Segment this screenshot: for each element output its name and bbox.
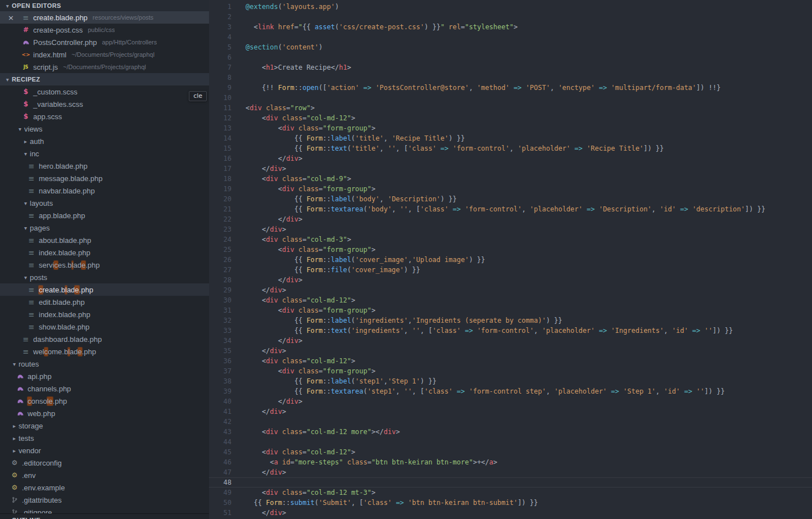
code-line-29[interactable]: 29 </div>	[209, 285, 812, 295]
tree-folder-posts[interactable]: ▾posts	[0, 271, 209, 283]
code-content: </div>	[232, 164, 286, 174]
code-line-39[interactable]: 39 {{ Form::textarea('step1', '', ['clas…	[209, 386, 812, 396]
code-line-47[interactable]: 47 </div>	[209, 467, 812, 477]
tree-file-services-blade-php[interactable]: ≡services.blade.php	[0, 259, 209, 271]
code-line-13[interactable]: 13 <div class="form-group">	[209, 123, 812, 133]
code-line-25[interactable]: 25 <div class="form-group">	[209, 245, 812, 255]
code-line-43[interactable]: 43 <div class="col-md-12 more"></div>	[209, 427, 812, 437]
code-line-8[interactable]: 8	[209, 73, 812, 83]
tree-file-hero-blade-php[interactable]: ≡hero.blade.php	[0, 160, 209, 172]
tree-file--gitattributes[interactable]: .gitattributes	[0, 494, 209, 506]
line-number: 35	[209, 346, 232, 356]
chevron-down-icon: ▾	[21, 225, 30, 231]
code-line-40[interactable]: 40 </div>	[209, 396, 812, 407]
code-line-36[interactable]: 36 <div class="col-md-12">	[209, 356, 812, 366]
code-editor[interactable]: 1@extends('layouts.app')23 <link href="{…	[209, 0, 812, 519]
tree-file-edit-blade-php[interactable]: ≡edit.blade.php	[0, 296, 209, 308]
code-line-37[interactable]: 37 <div class="form-group">	[209, 366, 812, 376]
code-line-46[interactable]: 46 <a id="more-steps" class="btn btn-kei…	[209, 457, 812, 467]
tree-file--env-example[interactable]: ⚙.env.example	[0, 481, 209, 494]
code-line-12[interactable]: 12 <div class="col-md-12">	[209, 113, 812, 123]
code-line-6[interactable]: 6	[209, 52, 812, 62]
code-line-11[interactable]: 11<div class="row">	[209, 103, 812, 113]
outline-header[interactable]: ▸ OUTLINE	[0, 513, 209, 519]
code-line-14[interactable]: 14 {{ Form::label('title', 'Recipe Title…	[209, 133, 812, 143]
tree-folder-vendor[interactable]: ▸vendor	[0, 444, 209, 457]
code-line-18[interactable]: 18 <div class="col-md-9">	[209, 174, 812, 184]
tree-file-index-blade-php[interactable]: ≡index.blade.php	[0, 308, 209, 321]
open-editor-item-create-blade-php[interactable]: ×≡create.blade.phpresources/views/posts	[0, 11, 209, 24]
code-line-31[interactable]: 31 <div class="form-group">	[209, 305, 812, 315]
code-line-32[interactable]: 32 {{ Form::label('ingredients','Ingredi…	[209, 315, 812, 326]
file-lines-icon: ≡	[21, 335, 30, 344]
code-line-7[interactable]: 7 <h1>Create Recipe</h1>	[209, 62, 812, 73]
code-line-34[interactable]: 34 </div>	[209, 336, 812, 346]
close-icon[interactable]: ×	[8, 13, 21, 22]
tree-file--variables-scss[interactable]: $_variables.scss	[0, 98, 209, 110]
tree-file-index-blade-php[interactable]: ≡index.blade.php	[0, 246, 209, 259]
code-line-28[interactable]: 28 </div>	[209, 275, 812, 285]
tree-file-dashboard-blade-php[interactable]: ≡dashboard.blade.php	[0, 333, 209, 345]
tree-folder-views[interactable]: ▾views	[0, 123, 209, 135]
tree-folder-tests[interactable]: ▸tests	[0, 432, 209, 444]
code-line-23[interactable]: 23 </div>	[209, 224, 812, 234]
tree-folder-storage[interactable]: ▸storage	[0, 419, 209, 432]
code-line-26[interactable]: 26 {{ Form::label('cover_image','Upload …	[209, 255, 812, 265]
tree-file--env[interactable]: ⚙.env	[0, 469, 209, 481]
open-editor-item-script-js[interactable]: JSscript.js~/Documents/Projects/graphql	[0, 61, 209, 73]
tree-file-web-php[interactable]: web.php	[0, 407, 209, 419]
code-line-19[interactable]: 19 <div class="form-group">	[209, 184, 812, 194]
tree-folder-layouts[interactable]: ▾layouts	[0, 197, 209, 209]
code-line-1[interactable]: 1@extends('layouts.app')	[209, 2, 812, 12]
code-line-5[interactable]: 5@section('content')	[209, 42, 812, 52]
tree-folder-routes[interactable]: ▾routes	[0, 358, 209, 370]
code-line-48[interactable]: 48	[209, 477, 812, 488]
code-line-21[interactable]: 21 {{ Form::textarea('body', '', ['class…	[209, 204, 812, 214]
code-line-30[interactable]: 30 <div class="col-md-12">	[209, 295, 812, 305]
tree-file-app-scss[interactable]: $app.scss	[0, 110, 209, 123]
tree-file-about-blade-php[interactable]: ≡about.blade.php	[0, 234, 209, 246]
code-line-10[interactable]: 10	[209, 93, 812, 103]
code-line-17[interactable]: 17 </div>	[209, 164, 812, 174]
code-line-15[interactable]: 15 {{ Form::text('title', '', ['class' =…	[209, 143, 812, 154]
code-line-51[interactable]: 51 </div>	[209, 508, 812, 518]
tree-file-console-php[interactable]: console.php	[0, 395, 209, 407]
code-line-44[interactable]: 44	[209, 437, 812, 447]
open-editor-item-create-post-css[interactable]: #create-post.csspublic/css	[0, 24, 209, 36]
tree-folder-pages[interactable]: ▾pages	[0, 222, 209, 234]
code-line-41[interactable]: 41 </div>	[209, 407, 812, 417]
code-line-33[interactable]: 33 {{ Form::text('ingredients', '', ['cl…	[209, 326, 812, 336]
tree-file-create-blade-php[interactable]: ≡create.blade.php	[0, 283, 209, 296]
open-editors-header[interactable]: ▾ OPEN EDITORS	[0, 0, 209, 11]
tree-file-message-blade-php[interactable]: ≡message.blade.php	[0, 172, 209, 184]
tree-folder-auth[interactable]: ▸auth	[0, 135, 209, 147]
code-line-42[interactable]: 42	[209, 417, 812, 427]
open-editor-item-index-html[interactable]: <>index.html~/Documents/Projects/graphql	[0, 48, 209, 61]
tree-file-navbar-blade-php[interactable]: ≡navbar.blade.php	[0, 184, 209, 197]
code-line-9[interactable]: 9 {!! Form::open(['action' => 'PostsCont…	[209, 83, 812, 93]
tree-file--custom-scss[interactable]: $_custom.scss	[0, 85, 209, 98]
code-line-38[interactable]: 38 {{ Form::label('step1','Step 1') }}	[209, 376, 812, 386]
tree-file--editorconfig[interactable]: ⚙.editorconfig	[0, 457, 209, 469]
tree-file-welcome-blade-php[interactable]: ≡welcome.blade.php	[0, 345, 209, 358]
code-line-22[interactable]: 22 </div>	[209, 214, 812, 224]
tree-folder-inc[interactable]: ▾inc	[0, 147, 209, 160]
code-line-4[interactable]: 4	[209, 32, 812, 42]
code-line-49[interactable]: 49 <div class="col-md-12 mt-3">	[209, 488, 812, 498]
tree-file-channels-php[interactable]: channels.php	[0, 382, 209, 395]
code-line-35[interactable]: 35 </div>	[209, 346, 812, 356]
code-line-2[interactable]: 2	[209, 12, 812, 22]
open-editor-item-PostsController-php[interactable]: PostsController.phpapp/Http/Controllers	[0, 36, 209, 48]
tree-file-show-blade-php[interactable]: ≡show.blade.php	[0, 321, 209, 333]
code-line-50[interactable]: 50 {{ Form::submit('Submit', ['class' =>…	[209, 498, 812, 508]
code-line-16[interactable]: 16 </div>	[209, 154, 812, 164]
code-line-20[interactable]: 20 {{ Form::label('body', 'Description')…	[209, 194, 812, 204]
tree-file-app-blade-php[interactable]: ≡app.blade.php	[0, 209, 209, 222]
code-line-24[interactable]: 24 <div class="col-md-3">	[209, 234, 812, 245]
project-section-header[interactable]: ▾ RECIPEZ	[0, 73, 209, 85]
tree-file-api-php[interactable]: api.php	[0, 370, 209, 382]
code-line-45[interactable]: 45 <div class="col-md-12">	[209, 447, 812, 457]
code-line-27[interactable]: 27 {{ Form::file('cover_image') }}	[209, 265, 812, 275]
code-line-3[interactable]: 3 <link href="{{ asset('css/create-post.…	[209, 22, 812, 32]
chevron-right-icon: ▸	[10, 423, 19, 429]
